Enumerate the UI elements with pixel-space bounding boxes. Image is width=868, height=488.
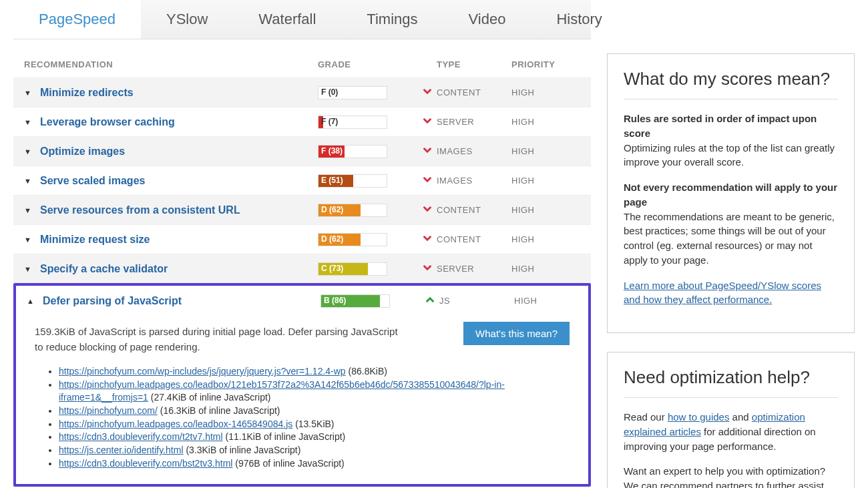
grade-bar: D (62) <box>318 233 387 246</box>
how-to-guides-link[interactable]: how to guides <box>668 411 730 423</box>
resource-size: (16.3KiB of inline JavaScript) <box>158 405 280 416</box>
card-paragraph: Read our how to guides and optimization … <box>624 410 838 453</box>
recommendation-label: Serve resources from a consistent URL <box>40 204 318 216</box>
type-cell: SERVER <box>437 117 511 127</box>
priority-cell: HIGH <box>511 234 580 244</box>
list-item: https://js.center.io/identify.html (3.3K… <box>59 444 570 457</box>
priority-cell: HIGH <box>511 146 580 156</box>
caret-down-icon: ▼ <box>24 118 33 126</box>
chevron-down-icon <box>418 232 437 246</box>
list-item: https://cdn3.doubleverify.com/t2tv7.html… <box>59 431 570 443</box>
chevron-down-icon <box>418 203 437 217</box>
resource-link[interactable]: https://cdn3.doubleverify.com/bst2tv3.ht… <box>59 458 232 469</box>
grade-bar: D (62) <box>318 204 387 217</box>
table-row[interactable]: ▼ Optimize images F (38) IMAGES HIGH <box>13 136 591 166</box>
recommendation-label: Minimize request size <box>40 234 318 246</box>
list-item: https://pinchofyum.com/ (16.3KiB of inli… <box>59 405 570 417</box>
caret-up-icon: ▲ <box>27 297 36 305</box>
type-cell: IMAGES <box>437 176 511 186</box>
grade-bar: E (51) <box>318 174 387 188</box>
type-cell: IMAGES <box>437 146 511 156</box>
resource-link[interactable]: https://pinchofyum.com/wp-includes/js/jq… <box>59 366 346 377</box>
table-row[interactable]: ▼ Serve resources from a consistent URL … <box>13 195 591 224</box>
resource-size: (27.4KiB of inline JavaScript) <box>148 392 271 403</box>
recommendation-label: Minimize redirects <box>40 87 318 99</box>
caret-down-icon: ▼ <box>24 206 33 214</box>
chevron-down-icon <box>418 85 437 99</box>
caret-down-icon: ▼ <box>24 177 33 185</box>
resource-size: (976B of inline JavaScript) <box>232 458 344 469</box>
header-priority: PRIORITY <box>511 59 580 69</box>
card-title: What do my scores mean? <box>624 69 838 99</box>
grade-cell: F (38) <box>318 145 418 158</box>
grade-cell: D (62) <box>318 204 418 217</box>
resource-size: (86.8KiB) <box>346 366 387 377</box>
resource-link[interactable]: https://pinchofyum.leadpages.co/leadbox/… <box>59 379 505 403</box>
grade-bar: F (38) <box>318 145 387 158</box>
caret-down-icon: ▼ <box>24 148 33 156</box>
list-item: https://pinchofyum.leadpages.co/leadbox/… <box>59 379 570 404</box>
type-cell: CONTENT <box>437 87 511 97</box>
list-item: https://cdn3.doubleverify.com/bst2tv3.ht… <box>59 457 570 470</box>
resource-link[interactable]: https://pinchofyum.com/ <box>59 405 158 416</box>
grade-cell: B (86) <box>320 294 421 308</box>
grade-text: D (62) <box>321 234 343 244</box>
caret-down-icon: ▼ <box>24 89 33 97</box>
list-item: https://pinchofyum.com/wp-includes/js/jq… <box>59 365 570 378</box>
resource-list: https://pinchofyum.com/wp-includes/js/jq… <box>59 365 570 470</box>
tab-waterfall[interactable]: Waterfall <box>233 0 341 39</box>
optimization-help-card: Need optimization help? Read our how to … <box>607 352 855 488</box>
panel-description: 159.3KiB of JavaScript is parsed during … <box>35 324 409 354</box>
table-row[interactable]: ▼ Minimize redirects F (0) CONTENT HIGH <box>13 77 591 107</box>
table-row[interactable]: ▼ Leverage browser caching F (7) SERVER … <box>13 107 591 136</box>
tab-pagespeed[interactable]: PageSpeed <box>13 0 141 39</box>
recommendation-label: Defer parsing of JavaScript <box>43 295 320 307</box>
card-paragraph: Want an expert to help you with optimiza… <box>624 464 838 488</box>
tab-video[interactable]: Video <box>443 0 531 39</box>
grade-cell: C (73) <box>318 262 418 276</box>
header-recommendation: RECOMMENDATION <box>24 59 318 69</box>
priority-cell: HIGH <box>511 87 580 97</box>
grade-bar: B (86) <box>320 294 390 308</box>
type-cell: CONTENT <box>437 205 511 215</box>
grade-text: F (0) <box>321 87 338 97</box>
resource-link[interactable]: https://js.center.io/identify.html <box>59 445 184 455</box>
scores-meaning-card: What do my scores mean? Rules are sorted… <box>607 53 855 333</box>
grade-cell: F (7) <box>318 115 418 129</box>
card-title: Need optimization help? <box>624 367 838 398</box>
table-row[interactable]: ▼ Minimize request size D (62) CONTENT H… <box>13 224 591 254</box>
resource-link[interactable]: https://cdn3.doubleverify.com/t2tv7.html <box>59 431 223 442</box>
grade-text: F (38) <box>321 146 343 156</box>
grade-text: D (62) <box>321 205 343 214</box>
table-row[interactable]: ▲ Defer parsing of JavaScript B (86) JS … <box>16 286 588 315</box>
resource-size: (11.1KiB of inline JavaScript) <box>223 431 346 442</box>
tab-history[interactable]: History <box>531 0 627 39</box>
caret-down-icon: ▼ <box>24 236 33 244</box>
learn-more-link[interactable]: Learn more about PageSpeed/YSlow scores … <box>624 280 821 306</box>
recommendation-label: Optimize images <box>40 146 318 158</box>
grade-cell: D (62) <box>318 233 418 246</box>
grade-text: B (86) <box>324 296 346 305</box>
card-paragraph: Not every recommendation will apply to y… <box>624 180 838 268</box>
tab-yslow[interactable]: YSlow <box>141 0 233 39</box>
panel-body: What's this mean? 159.3KiB of JavaScript… <box>16 315 588 484</box>
grade-bar: F (0) <box>318 86 387 99</box>
chevron-down-icon <box>418 115 437 129</box>
tabs-bar: PageSpeedYSlowWaterfallTimingsVideoHisto… <box>13 0 591 39</box>
recommendation-label: Specify a cache validator <box>40 263 318 275</box>
tab-timings[interactable]: Timings <box>341 0 443 39</box>
grade-text: E (51) <box>321 176 343 185</box>
grade-cell: E (51) <box>318 174 418 188</box>
sidebar: What do my scores mean? Rules are sorted… <box>607 0 855 488</box>
resource-link[interactable]: https://pinchofyum.leadpages.co/leadbox-… <box>59 419 292 429</box>
table-row[interactable]: ▼ Serve scaled images E (51) IMAGES HIGH <box>13 166 591 195</box>
priority-cell: HIGH <box>511 117 580 127</box>
header-type: TYPE <box>437 59 511 69</box>
whats-this-mean-button[interactable]: What's this mean? <box>463 322 570 345</box>
resource-size: (13.5KiB) <box>292 419 334 429</box>
chevron-down-icon <box>418 174 437 188</box>
table-row[interactable]: ▼ Specify a cache validator C (73) SERVE… <box>13 254 591 283</box>
priority-cell: HIGH <box>511 264 580 274</box>
grade-bar: C (73) <box>318 262 387 276</box>
grade-text: C (73) <box>321 264 343 273</box>
